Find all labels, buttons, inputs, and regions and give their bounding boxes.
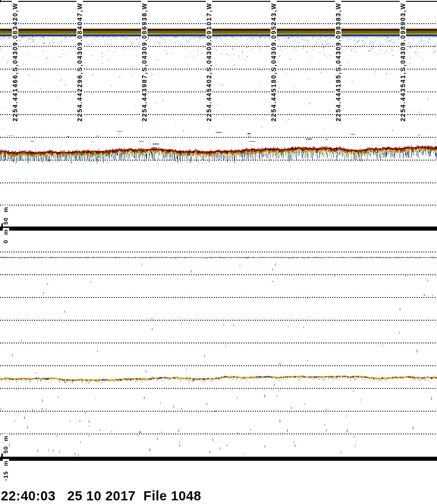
panel2-top-depth-label: 0 m xyxy=(3,228,9,245)
bottom-range-line xyxy=(0,457,437,461)
gps-position-label: 2254.443987,S,04309.086938,W xyxy=(141,1,147,123)
surface-zero-line xyxy=(0,1,437,2)
gps-position-label: 2254.445180,S,04309.095243,W xyxy=(270,1,277,123)
panel-separator-line xyxy=(0,227,437,231)
gps-position-label: 2254.444195,S,04309.098383,W xyxy=(335,1,341,123)
panel2-bottom-depth-label: 50 m xyxy=(3,434,9,455)
panel1-bottom-depth-label: 50 m xyxy=(3,205,9,226)
gps-position-label: 2254.442296,S,04309.084047,W xyxy=(76,1,83,123)
panel2-offset-depth-label: -15 m xyxy=(3,459,9,482)
status-bar: 22:40:03 25 10 2017 File 1048 xyxy=(1,489,201,504)
panel1-top-depth-label: 0 m xyxy=(0,2,1,19)
gps-position-label: 2254.445402,S,04309.091017,W xyxy=(206,1,212,123)
gps-position-label: 2254.441466,S,04309.083420,W xyxy=(12,1,18,123)
echogram-noise-canvas xyxy=(0,0,437,504)
gps-position-label: 2254.443541,S,04309.098903,W xyxy=(400,1,406,123)
echosounder-screen: 0 m 50 m 0 m 50 m -15 m 2254.441466,S,04… xyxy=(0,0,437,504)
